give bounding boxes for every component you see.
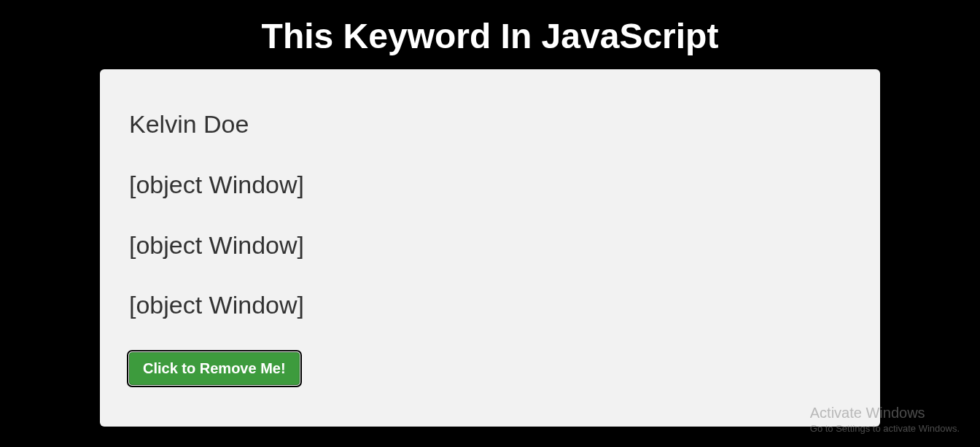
windows-activation-watermark: Activate Windows Go to Settings to activ… [810,405,960,434]
output-line-1: Kelvin Doe [129,109,851,139]
output-line-3: [object Window] [129,230,851,260]
page-title: This Keyword In JavaScript [0,0,980,69]
content-card: Kelvin Doe [object Window] [object Windo… [100,69,880,427]
output-line-4: [object Window] [129,290,851,320]
watermark-title: Activate Windows [810,405,960,421]
remove-button[interactable]: Click to Remove Me! [129,352,300,385]
output-line-2: [object Window] [129,170,851,200]
watermark-subtitle: Go to Settings to activate Windows. [810,423,960,434]
